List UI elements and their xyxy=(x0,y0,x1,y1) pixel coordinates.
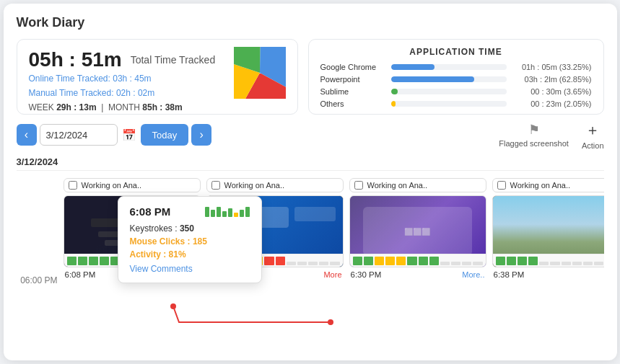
date-nav: ‹ 📅 Today › ⚑ Flagged screenshot ＋ Actio… xyxy=(17,122,604,148)
popup-mouse: Mouse Clicks : 185 xyxy=(130,236,250,247)
activity-bar xyxy=(451,262,460,265)
app-time-title: APPLICATION TIME xyxy=(320,47,592,57)
next-date-button[interactable]: › xyxy=(191,124,211,146)
svg-point-3 xyxy=(237,50,283,96)
app-bar xyxy=(391,64,435,70)
activity-bar xyxy=(297,262,307,265)
flagged-screenshot-button[interactable]: ⚑ Flagged screenshot xyxy=(499,122,569,148)
activity-bar xyxy=(276,257,285,265)
popup-bar xyxy=(211,210,215,217)
popup-bar xyxy=(222,211,227,217)
screenshot-img-area[interactable] xyxy=(492,195,604,267)
screenshot-footer: 6:30 PM More.. xyxy=(349,270,486,279)
week-label: WEEK xyxy=(29,102,54,112)
screenshots-section: 06:00 PM Working on Ana.. 6:08 PM More W… xyxy=(17,178,604,353)
flagged-label: Flagged screenshot xyxy=(499,139,569,148)
app-row: Sublime 00 : 30m (3.65%) xyxy=(320,87,592,96)
activity-bar xyxy=(308,262,318,265)
activity-bar xyxy=(528,257,538,265)
app-row: Google Chrome 01h : 05m (33.25%) xyxy=(320,63,592,71)
popup-tooltip: 6:08 PM Keystrokes : 350 Mouse Clicks : … xyxy=(118,196,262,283)
time-labels: 06:00 PM xyxy=(17,178,64,353)
activity-bar xyxy=(440,262,450,265)
activity-bar xyxy=(396,257,406,265)
activity-bars-overlay xyxy=(350,254,486,267)
activity-bar xyxy=(583,262,593,265)
activity-bar xyxy=(264,257,274,265)
popup-time: 6:08 PM xyxy=(130,205,250,218)
app-bar-container xyxy=(391,64,507,70)
popup-bar xyxy=(240,210,244,217)
screenshot-checkbox[interactable] xyxy=(211,181,220,190)
screenshot-checkbox[interactable] xyxy=(497,181,506,190)
main-container: Work Diary 05h : 51m Total Time Tracked … xyxy=(4,4,617,360)
week-month: WEEK 29h : 13m | MONTH 85h : 38m xyxy=(29,102,286,112)
prev-date-button[interactable]: ‹ xyxy=(17,124,37,146)
activity-bar xyxy=(407,257,416,265)
activity-bar xyxy=(562,262,571,265)
app-time-val: 01h : 05m (33.25%) xyxy=(512,63,592,71)
date-nav-right: ⚑ Flagged screenshot ＋ Action xyxy=(499,120,603,150)
app-bar xyxy=(391,89,398,94)
activity-label: Activity : xyxy=(130,249,167,259)
plus-icon: ＋ xyxy=(585,120,600,140)
popup-bar xyxy=(228,208,232,217)
activity-bar xyxy=(67,257,77,265)
screenshot-time: 6:08 PM xyxy=(65,270,96,279)
popup-bar xyxy=(245,207,250,217)
activity-val: 81% xyxy=(169,249,186,259)
view-comments-link[interactable]: View Comments xyxy=(130,264,250,274)
activity-bar xyxy=(429,257,439,265)
screenshot-header: Working on Ana.. xyxy=(492,178,604,192)
action-button[interactable]: ＋ Action xyxy=(582,120,604,150)
app-row: Powerpoint 03h : 2lm (62.85%) xyxy=(320,75,592,84)
screenshot-checkbox[interactable] xyxy=(69,181,77,190)
mouse-label: Mouse Clicks : xyxy=(130,236,191,247)
popup-bar xyxy=(205,207,209,217)
week-time: 29h : 13m xyxy=(56,102,96,112)
more-link[interactable]: More xyxy=(323,270,341,279)
today-button[interactable]: Today xyxy=(141,124,189,146)
activity-bar xyxy=(364,257,373,265)
keystrokes-label: Keystrokes : xyxy=(130,223,178,234)
activity-bar xyxy=(518,257,527,265)
popup-activity: Activity : 81% xyxy=(130,249,250,259)
month-label: MONTH xyxy=(108,102,140,112)
activity-bar xyxy=(353,257,362,265)
activity-bar xyxy=(572,262,582,265)
mouse-val: 185 xyxy=(193,236,207,247)
app-bar-container xyxy=(391,76,507,82)
popup-activity-bars xyxy=(205,207,250,217)
popup-bar xyxy=(217,207,221,217)
top-section: 05h : 51m Total Time Tracked Online Time… xyxy=(17,39,604,115)
activity-bar xyxy=(287,262,296,265)
app-bar-container xyxy=(391,89,507,94)
screenshot-checkbox[interactable] xyxy=(354,181,363,190)
keystrokes-val: 350 xyxy=(180,223,194,234)
activity-bar xyxy=(473,262,482,265)
screenshots-grid: Working on Ana.. 6:08 PM More Working on… xyxy=(64,178,604,353)
app-time-val: 00 : 23m (2.05%) xyxy=(512,99,592,108)
activity-bars-overlay xyxy=(493,254,604,267)
app-time-val: 00 : 30m (3.65%) xyxy=(512,87,592,96)
activity-bar xyxy=(462,262,471,265)
screenshot-header: Working on Ana.. xyxy=(64,178,201,192)
date-input[interactable] xyxy=(40,124,118,146)
app-name: Sublime xyxy=(320,87,385,96)
screenshot-header: Working on Ana.. xyxy=(206,178,344,192)
screenshot-img-area[interactable]: ⬜⬜⬜ xyxy=(349,195,486,267)
popup-time-text: 6:08 PM xyxy=(130,205,171,218)
screenshot-title: Working on Ana.. xyxy=(82,181,142,190)
screenshot-col: Working on Ana.. 6:38 PM More.. xyxy=(492,178,604,350)
manual-time: 02h : 02m xyxy=(116,88,154,98)
total-time-label: Total Time Tracked xyxy=(131,54,216,66)
popup-bar xyxy=(234,213,238,217)
app-name: Google Chrome xyxy=(320,63,385,71)
app-name: Powerpoint xyxy=(320,75,385,84)
app-name: Others xyxy=(320,99,385,108)
activity-bar xyxy=(319,262,328,265)
time-card: 05h : 51m Total Time Tracked Online Time… xyxy=(17,39,298,115)
activity-bar xyxy=(594,262,603,265)
calendar-icon[interactable]: 📅 xyxy=(122,128,136,142)
more-link[interactable]: More.. xyxy=(462,270,484,279)
